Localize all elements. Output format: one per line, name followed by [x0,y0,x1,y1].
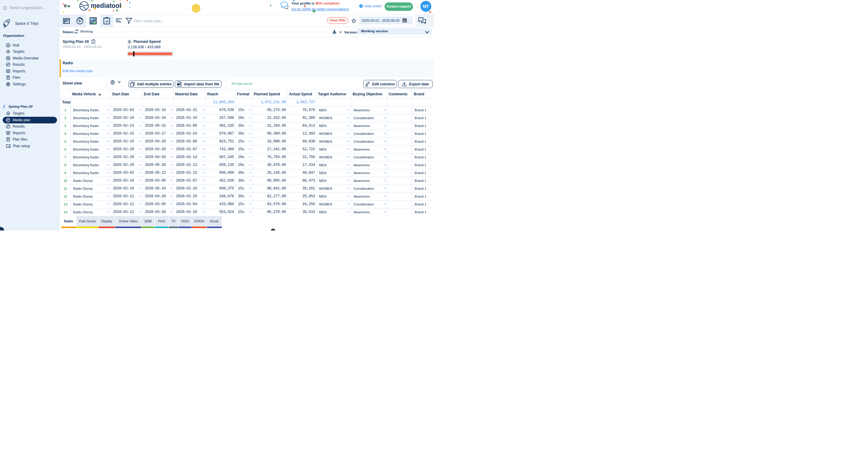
svg-text:XLSX: XLSX [177,84,180,85]
svg-text:?: ? [360,5,362,7]
